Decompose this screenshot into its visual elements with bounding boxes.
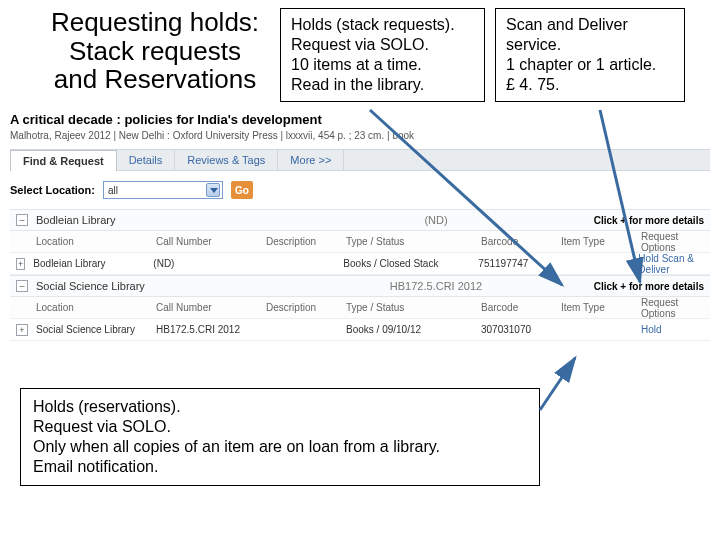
col-item-type: Item Type	[561, 302, 641, 313]
record-title: A critical decade : policies for India's…	[10, 112, 710, 127]
location-filter-row: Select Location: all Go	[10, 171, 710, 209]
col-request: Request Options	[641, 297, 704, 319]
library-name: Social Science Library	[36, 280, 336, 292]
col-call-number: Call Number	[156, 302, 266, 313]
columns-header: Location Call Number Description Type / …	[10, 231, 710, 253]
col-barcode: Barcode	[481, 302, 561, 313]
box-line: Scan and Deliver	[506, 15, 674, 35]
col-type-status: Type / Status	[346, 302, 481, 313]
box-stack-requests: Holds (stack requests). Request via SOLO…	[280, 8, 485, 102]
col-item-type: Item Type	[561, 236, 641, 247]
collapse-icon[interactable]: –	[16, 280, 28, 292]
col-location: Location	[36, 236, 156, 247]
box-line: 10 items at a time.	[291, 55, 474, 75]
go-button[interactable]: Go	[231, 181, 253, 199]
expand-icon[interactable]: +	[16, 258, 25, 270]
svg-line-2	[540, 358, 575, 410]
library-locator: HB172.5.CRI 2012	[336, 280, 536, 292]
cell-call: HB172.5.CRI 2012	[156, 324, 266, 335]
slide-title: Requesting holds: Stack requests and Res…	[40, 8, 270, 94]
item-row: + Bodleian Library (ND) Books / Closed S…	[10, 253, 710, 275]
cell-request-options[interactable]: Hold Scan & Deliver	[638, 253, 704, 275]
catalog-panel: A critical decade : policies for India's…	[10, 112, 710, 341]
box-line: 1 chapter or 1 article.	[506, 55, 674, 75]
col-location: Location	[36, 302, 156, 313]
collapse-icon[interactable]: –	[16, 214, 28, 226]
library-locator: (ND)	[336, 214, 536, 226]
title-line: Requesting holds:	[40, 8, 270, 37]
library-name: Bodleian Library	[36, 214, 336, 226]
more-details-hint: Click + for more details	[594, 215, 704, 226]
library-group-ssl[interactable]: – Social Science Library HB172.5.CRI 201…	[10, 275, 710, 297]
box-scan-deliver: Scan and Deliver service. 1 chapter or 1…	[495, 8, 685, 102]
library-group-bodleian[interactable]: – Bodleian Library (ND) Click + for more…	[10, 209, 710, 231]
box-line: Email notification.	[33, 457, 527, 477]
chevron-down-icon	[206, 183, 220, 197]
expand-icon[interactable]: +	[16, 324, 28, 336]
tab-bar: Find & Request Details Reviews & Tags Mo…	[10, 149, 710, 171]
cell-type: Books / Closed Stack	[343, 258, 478, 269]
cell-location: Social Science Library	[36, 324, 156, 335]
cell-location: Bodleian Library	[33, 258, 153, 269]
col-description: Description	[266, 302, 346, 313]
columns-header: Location Call Number Description Type / …	[10, 297, 710, 319]
col-type-status: Type / Status	[346, 236, 481, 247]
col-description: Description	[266, 236, 346, 247]
header-row: Requesting holds: Stack requests and Res…	[0, 0, 720, 108]
box-line: Holds (reservations).	[33, 397, 527, 417]
tab-more[interactable]: More >>	[278, 150, 344, 170]
record-meta: Malhotra, Rajeev 2012 | New Delhi : Oxfo…	[10, 130, 710, 141]
box-line: Holds (stack requests).	[291, 15, 474, 35]
title-line: and Reservations	[40, 65, 270, 94]
cell-barcode: 307031070	[481, 324, 561, 335]
location-filter-label: Select Location:	[10, 184, 95, 196]
cell-call: (ND)	[153, 258, 263, 269]
more-details-hint: Click + for more details	[594, 281, 704, 292]
col-request: Request Options	[641, 231, 704, 253]
col-call-number: Call Number	[156, 236, 266, 247]
tab-details[interactable]: Details	[117, 150, 176, 170]
cell-type: Books / 09/10/12	[346, 324, 481, 335]
location-select-value: all	[108, 185, 118, 196]
box-line: service.	[506, 35, 674, 55]
box-reservations: Holds (reservations). Request via SOLO. …	[20, 388, 540, 486]
box-line: Only when all copies of an item are on l…	[33, 437, 527, 457]
col-barcode: Barcode	[481, 236, 561, 247]
location-select[interactable]: all	[103, 181, 223, 199]
box-line: Request via SOLO.	[291, 35, 474, 55]
cell-request-options[interactable]: Hold	[641, 324, 704, 335]
box-line: Read in the library.	[291, 75, 474, 95]
title-line: Stack requests	[40, 37, 270, 66]
tab-reviews[interactable]: Reviews & Tags	[175, 150, 278, 170]
item-row: + Social Science Library HB172.5.CRI 201…	[10, 319, 710, 341]
tab-find-request[interactable]: Find & Request	[10, 150, 117, 171]
cell-barcode: 751197747	[478, 258, 558, 269]
box-line: £ 4. 75.	[506, 75, 674, 95]
box-line: Request via SOLO.	[33, 417, 527, 437]
